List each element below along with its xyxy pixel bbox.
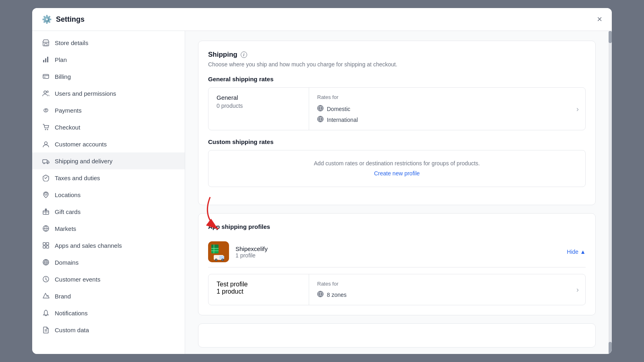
sidebar-label-apps-and-sales-channels: Apps and sales channels bbox=[55, 242, 122, 249]
sidebar-icon-plan bbox=[42, 56, 50, 64]
svg-point-15 bbox=[43, 163, 45, 164]
sidebar-label-checkout: Checkout bbox=[55, 124, 80, 131]
chevron-up-icon: ▲ bbox=[580, 249, 586, 255]
svg-rect-33 bbox=[211, 245, 219, 248]
svg-rect-35 bbox=[211, 251, 219, 251]
shipping-subtitle: Choose where you ship and how much you c… bbox=[208, 61, 586, 68]
svg-point-16 bbox=[47, 163, 48, 164]
sidebar-item-customer-events[interactable]: Customer events bbox=[32, 271, 185, 288]
sidebar-item-taxes-and-duties[interactable]: Taxes and duties bbox=[32, 169, 185, 186]
general-profile-name: General bbox=[217, 94, 301, 101]
modal-title-text: Settings bbox=[56, 15, 85, 24]
svg-point-13 bbox=[45, 142, 47, 145]
sidebar-label-brand: Brand bbox=[55, 293, 71, 300]
sidebar-item-shipping-and-delivery[interactable]: Shipping and delivery bbox=[32, 152, 185, 169]
general-rate-card[interactable]: General 0 products Rates for bbox=[208, 87, 586, 130]
modal-body: Store details Plan Billing Users and per… bbox=[32, 31, 612, 354]
sidebar-icon-domains bbox=[42, 258, 50, 266]
sidebar-label-taxes-and-duties: Taxes and duties bbox=[55, 175, 100, 181]
modal-title: ⚙️ Settings bbox=[42, 14, 85, 24]
svg-rect-38 bbox=[219, 256, 224, 259]
svg-rect-5 bbox=[43, 74, 49, 78]
svg-point-41 bbox=[216, 259, 217, 261]
sidebar-item-gift-cards[interactable]: Gift cards bbox=[32, 203, 185, 220]
sidebar-icon-checkout bbox=[42, 123, 50, 131]
app-profiles-count: 1 profile bbox=[235, 252, 268, 259]
sidebar-icon-customer-events bbox=[42, 275, 50, 283]
svg-rect-22 bbox=[43, 246, 45, 248]
test-profile-card[interactable]: Test profile 1 product Rates for bbox=[208, 274, 586, 305]
test-zones-label: 8 zones bbox=[327, 292, 347, 298]
test-zones-item: 8 zones bbox=[317, 291, 577, 298]
sidebar-label-users-and-permissions: Users and permissions bbox=[55, 90, 116, 97]
svg-rect-20 bbox=[43, 243, 45, 245]
sidebar-label-customer-events: Customer events bbox=[55, 276, 100, 283]
svg-rect-14 bbox=[43, 160, 47, 163]
domestic-label: Domestic bbox=[327, 106, 350, 112]
sidebar-item-custom-data[interactable]: Custom data bbox=[32, 321, 185, 338]
general-shipping-rates-label: General shipping rates bbox=[208, 76, 586, 82]
domestic-rate-item: Domestic bbox=[317, 105, 577, 113]
app-icon bbox=[208, 241, 229, 262]
sidebar-item-payments[interactable]: Payments bbox=[32, 102, 185, 119]
sidebar-icon-brand bbox=[42, 292, 50, 300]
sidebar-label-payments: Payments bbox=[55, 107, 82, 114]
sidebar-icon-payments bbox=[42, 106, 50, 114]
sidebar-item-checkout[interactable]: Checkout bbox=[32, 119, 185, 136]
svg-rect-36 bbox=[214, 245, 214, 253]
svg-rect-4 bbox=[47, 57, 48, 62]
custom-rates-text: Add custom rates or destination restrict… bbox=[218, 160, 576, 167]
sidebar-item-markets[interactable]: Markets bbox=[32, 220, 185, 237]
sidebar-icon-billing bbox=[42, 72, 50, 80]
custom-rates-card: Add custom rates or destination restrict… bbox=[208, 150, 586, 187]
sidebar-label-notifications: Notifications bbox=[55, 310, 88, 317]
test-profile-products: 1 product bbox=[217, 288, 301, 295]
sidebar-item-apps-and-sales-channels[interactable]: Apps and sales channels bbox=[32, 237, 185, 254]
info-icon[interactable]: i bbox=[241, 51, 247, 58]
test-profile-right: Rates for bbox=[309, 274, 585, 305]
scroll-thumb-top bbox=[609, 31, 612, 43]
sidebar-icon-shipping-and-delivery bbox=[42, 157, 50, 165]
sidebar-item-customer-accounts[interactable]: Customer accounts bbox=[32, 136, 185, 152]
sidebar-item-notifications[interactable]: Notifications bbox=[32, 304, 185, 321]
shipping-section-card: Shipping i Choose where you ship and how… bbox=[198, 41, 596, 205]
sidebar-item-domains[interactable]: Domains bbox=[32, 254, 185, 271]
sidebar-label-locations: Locations bbox=[55, 191, 80, 198]
sidebar-icon-markets bbox=[42, 224, 50, 232]
settings-icon: ⚙️ bbox=[42, 14, 52, 24]
sidebar-item-brand[interactable]: Brand bbox=[32, 288, 185, 304]
create-new-profile-link[interactable]: Create new profile bbox=[374, 170, 420, 177]
scroll-thumb-bottom bbox=[609, 342, 612, 354]
close-button[interactable]: × bbox=[597, 15, 602, 24]
sidebar-item-store-details[interactable]: Store details bbox=[32, 34, 185, 51]
app-profile-info: Shipexcelify 1 profile bbox=[235, 245, 268, 259]
svg-point-17 bbox=[45, 193, 47, 195]
sidebar-item-billing[interactable]: Billing bbox=[32, 68, 185, 85]
sidebar-label-domains: Domains bbox=[55, 259, 78, 266]
main-content: Shipping i Choose where you ship and how… bbox=[185, 31, 609, 354]
sidebar-icon-customer-accounts bbox=[42, 140, 50, 148]
hide-button[interactable]: Hide ▲ bbox=[567, 249, 586, 255]
general-profile-products: 0 products bbox=[217, 103, 301, 109]
custom-shipping-rates-label: Custom shipping rates bbox=[208, 138, 586, 145]
test-profile-left: Test profile 1 product bbox=[208, 274, 309, 305]
svg-point-8 bbox=[47, 91, 48, 93]
svg-rect-1 bbox=[45, 43, 47, 46]
sidebar-icon-locations bbox=[42, 191, 50, 199]
modal-header: ⚙️ Settings × bbox=[32, 8, 612, 31]
zones-globe-icon bbox=[317, 291, 324, 298]
test-profile-name: Test profile bbox=[217, 281, 301, 288]
sidebar-icon-store-details bbox=[42, 39, 50, 47]
app-profile-header: Shipexcelify 1 profile Hide ▲ bbox=[208, 237, 586, 267]
shipping-header: Shipping i bbox=[208, 51, 586, 59]
sidebar: Store details Plan Billing Users and per… bbox=[32, 31, 185, 354]
sidebar-label-custom-data: Custom data bbox=[55, 327, 89, 333]
sidebar-icon-custom-data bbox=[42, 326, 50, 334]
sidebar-icon-apps-and-sales-channels bbox=[42, 241, 50, 249]
svg-rect-34 bbox=[211, 248, 219, 249]
sidebar-icon-notifications bbox=[42, 309, 50, 317]
sidebar-item-users-and-permissions[interactable]: Users and permissions bbox=[32, 85, 185, 102]
rates-for-label: Rates for bbox=[317, 94, 577, 100]
sidebar-item-plan[interactable]: Plan bbox=[32, 51, 185, 68]
sidebar-item-locations[interactable]: Locations bbox=[32, 186, 185, 203]
